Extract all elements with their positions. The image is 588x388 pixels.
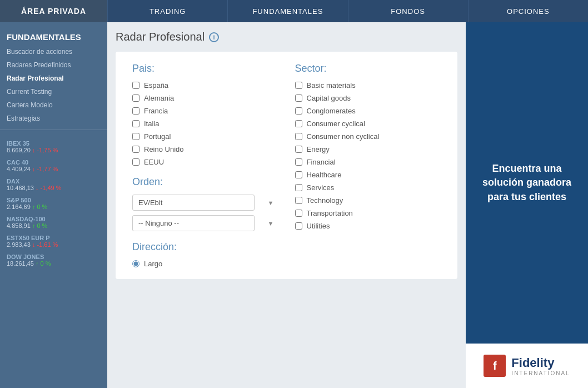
market-arrow: ↑ <box>36 260 39 267</box>
fidelity-logo-box: f <box>484 355 506 377</box>
sector-label: Financial <box>307 158 336 166</box>
nav-fondos[interactable]: FONDOS <box>348 0 468 22</box>
pais-checkbox-item[interactable]: Portugal <box>132 132 278 141</box>
direccion-title: Dirección: <box>132 241 278 253</box>
pais-checkbox[interactable] <box>132 146 139 153</box>
pais-checkbox[interactable] <box>132 120 139 127</box>
market-item: DAX 10.468,13 ↓ -1,49 % <box>7 178 101 191</box>
filter-col-right: Sector: Basic materialsCapital goodsCong… <box>295 63 441 268</box>
sector-checkbox[interactable] <box>295 120 302 127</box>
nav-opciones[interactable]: OPCIONES <box>468 0 588 22</box>
market-arrow: ↓ <box>32 166 36 172</box>
pais-checkbox[interactable] <box>132 107 139 115</box>
orden-select-1-wrapper: EV/Ebit-- Ninguno -- ▼ <box>132 195 278 211</box>
sector-label: Healthcare <box>307 171 342 179</box>
pais-checkbox[interactable] <box>132 158 139 166</box>
pais-checkbox[interactable] <box>132 94 139 102</box>
sidebar-item-estrategias[interactable]: Estrategias <box>0 112 107 125</box>
page-title-row: Radar Profesional i <box>116 31 457 43</box>
orden-select-2[interactable]: EV/Ebit-- Ninguno -- <box>132 215 255 231</box>
pais-checkbox-item[interactable]: EEUU <box>132 158 278 166</box>
market-value: 8.669,20 ↓ -1,75 % <box>7 147 101 153</box>
market-change: -1,77 % <box>37 166 58 172</box>
market-arrow: ↑ <box>32 222 36 229</box>
sector-checkbox[interactable] <box>295 158 302 166</box>
radio-largo-input[interactable] <box>132 260 139 267</box>
sector-label: Energy <box>307 145 330 153</box>
market-value: 2.983,43 ↓ -1,61 % <box>7 241 101 248</box>
sector-checkbox-item[interactable]: Healthcare <box>295 171 441 179</box>
market-item: DOW JONES 18.261,45 ↑ 0 % <box>7 253 101 267</box>
pais-checkbox-item[interactable]: Alemania <box>132 94 278 102</box>
pais-checkbox[interactable] <box>132 82 139 89</box>
sidebar-item-cartera[interactable]: Cartera Modelo <box>0 98 107 112</box>
market-item: ESTX50 EUR P 2.983,43 ↓ -1,61 % <box>7 235 101 248</box>
sector-checkbox-item[interactable]: Consumer non cyclical <box>295 132 441 141</box>
sector-checkbox[interactable] <box>295 184 302 191</box>
sector-checkbox[interactable] <box>295 222 302 230</box>
radio-largo-label: Largo <box>144 260 162 268</box>
sector-label: Basic materials <box>307 81 356 89</box>
sector-checkbox-item[interactable]: Technology <box>295 196 441 205</box>
sector-title: Sector: <box>295 63 441 74</box>
sector-checkbox[interactable] <box>295 82 302 89</box>
sector-checkbox-item[interactable]: Conglomerates <box>295 107 441 115</box>
sector-label: Services <box>307 183 335 192</box>
sidebar-item-radar-profesional[interactable]: Radar Profesional <box>0 72 107 85</box>
sector-checkbox-item[interactable]: Transportation <box>295 209 441 217</box>
sector-checkbox-item[interactable]: Consumer cyclical <box>295 120 441 128</box>
sector-checkbox[interactable] <box>295 133 302 140</box>
sector-checkbox[interactable] <box>295 197 302 204</box>
select-arrow-2: ▼ <box>268 220 274 227</box>
fidelity-sub: INTERNATIONAL <box>511 370 570 376</box>
sector-checkbox-item[interactable]: Services <box>295 183 441 192</box>
pais-label: Alemania <box>144 94 174 102</box>
sector-checkbox-item[interactable]: Energy <box>295 145 441 153</box>
sidebar-item-radares[interactable]: Radares Predefinidos <box>0 58 107 72</box>
market-name: DOW JONES <box>7 253 101 260</box>
sector-checkbox-item[interactable]: Basic materials <box>295 81 441 89</box>
order-section: Orden: EV/Ebit-- Ninguno -- ▼ EV/Ebit-- … <box>132 176 278 231</box>
market-change: -1,75 % <box>37 147 58 153</box>
sector-checkbox-item[interactable]: Utilities <box>295 222 441 230</box>
sector-checkbox-item[interactable]: Financial <box>295 158 441 166</box>
market-item: S&P 500 2.164,69 ↑ 0 % <box>7 197 101 210</box>
orden-select-1[interactable]: EV/Ebit-- Ninguno -- <box>132 195 255 211</box>
market-value: 10.468,13 ↓ -1,49 % <box>7 185 101 191</box>
market-item: IBEX 35 8.669,20 ↓ -1,75 % <box>7 140 101 153</box>
pais-checkbox-item[interactable]: España <box>132 81 278 89</box>
content-area: Radar Profesional i Pais: EspañaAlemania… <box>107 22 466 388</box>
sector-checkbox[interactable] <box>295 146 302 153</box>
pais-checkbox-item[interactable]: Francia <box>132 107 278 115</box>
market-change: -1,61 % <box>37 241 58 248</box>
ad-logo-section: f Fidelity INTERNATIONAL <box>466 344 588 388</box>
select-arrow-1: ▼ <box>268 200 274 206</box>
nav-fundamentales[interactable]: FUNDAMENTALES <box>227 0 347 22</box>
sidebar-item-buscador[interactable]: Buscador de acciones <box>0 45 107 58</box>
market-name: NASDAQ-100 <box>7 216 101 222</box>
info-icon[interactable]: i <box>209 32 219 42</box>
sector-checkbox-item[interactable]: Capital goods <box>295 94 441 102</box>
ad-panel: Encuentra una solución ganadora para tus… <box>466 22 588 388</box>
pais-checkbox-item[interactable]: Reino Unido <box>132 145 278 153</box>
market-value: 4.858,91 ↑ 0 % <box>7 222 101 229</box>
market-arrow: ↑ <box>32 203 36 210</box>
market-value: 18.261,45 ↑ 0 % <box>7 260 101 267</box>
sector-checkbox[interactable] <box>295 210 302 217</box>
pais-label: Francia <box>144 107 168 115</box>
market-name: S&P 500 <box>7 197 101 203</box>
sidebar-item-current-testing[interactable]: Current Testing <box>0 85 107 98</box>
sidebar-section-title: FUNDAMENTALES <box>0 28 107 45</box>
ad-blue-section: Encuentra una solución ganadora para tus… <box>466 22 588 344</box>
market-change: 0 % <box>37 222 47 229</box>
pais-checkbox[interactable] <box>132 133 139 140</box>
sector-checkbox[interactable] <box>295 107 302 115</box>
nav-trading[interactable]: TRADING <box>107 0 227 22</box>
sector-checkbox[interactable] <box>295 171 302 178</box>
sector-checkbox[interactable] <box>295 94 302 102</box>
pais-label: Italia <box>144 120 159 128</box>
pais-checkbox-item[interactable]: Italia <box>132 120 278 128</box>
market-arrow: ↓ <box>36 185 39 191</box>
radio-largo[interactable]: Largo <box>132 260 278 268</box>
orden-select-2-wrapper: EV/Ebit-- Ninguno -- ▼ <box>132 215 278 231</box>
